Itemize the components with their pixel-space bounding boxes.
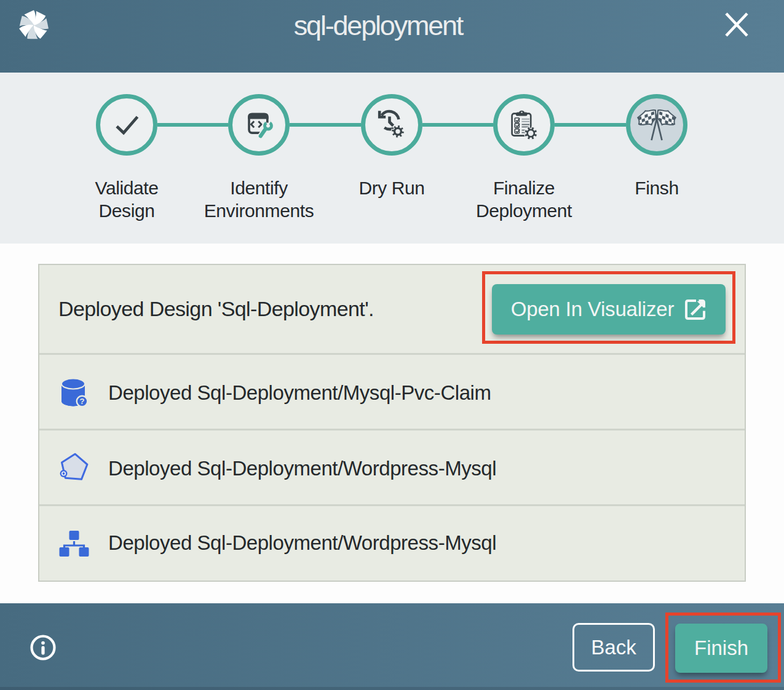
svg-text:?: ? [80,397,85,406]
